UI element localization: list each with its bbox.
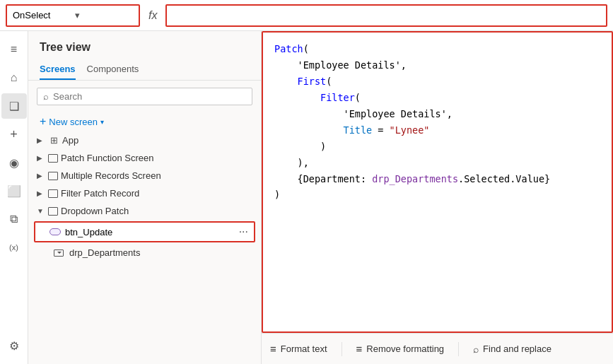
formula-property-label: OnSelect — [13, 10, 71, 20]
code-line: ) — [274, 187, 600, 203]
tree-item-label: btn_Update — [65, 227, 239, 237]
screen-icon — [48, 189, 58, 198]
tree-panel: Tree view Screens Components ⌕ + New scr… — [28, 31, 262, 364]
formula-property-dropdown[interactable]: OnSelect ▾ — [6, 4, 140, 27]
tree-panel-title: Tree view — [28, 31, 261, 59]
dropdown-icon — [54, 249, 64, 257]
tree-item-label: drp_Departments — [69, 247, 252, 258]
formula-bar[interactable] — [165, 4, 607, 27]
app-icon: ⊞ — [48, 134, 59, 146]
code-line: {Department: drp_Departments.Selected.Va… — [274, 171, 600, 187]
screens-icon[interactable]: ❑ — [1, 93, 27, 119]
code-line: 'Employee Details', — [274, 106, 600, 122]
icon-sidebar: ≡ ⌂ ❑ + ◉ ⬜ ⧉ (x) ⚙ — [0, 31, 28, 364]
data-icon[interactable]: ⬜ — [1, 178, 27, 204]
format-text-icon: ≡ — [270, 343, 276, 355]
dropdown-chevron-icon: ▾ — [75, 10, 133, 20]
remove-formatting-icon: ≡ — [356, 343, 363, 355]
chevron-icon: ▶ — [37, 136, 45, 144]
new-screen-button[interactable]: + New screen ▾ — [28, 112, 261, 131]
tree-item-app[interactable]: ▶ ⊞ App — [28, 131, 261, 149]
tree-tabs: Screens Components — [28, 59, 261, 81]
new-screen-label: New screen — [49, 117, 98, 127]
chevron-icon: ▶ — [37, 154, 45, 162]
tree-item-label: Dropdown Patch — [61, 206, 252, 216]
code-editor[interactable]: Patch( 'Employee Details', First( Filter… — [262, 31, 613, 333]
home-icon[interactable]: ⌂ — [1, 65, 27, 90]
tree-item-dropdown-patch[interactable]: ▼ Dropdown Patch — [28, 202, 261, 220]
menu-icon[interactable]: ≡ — [1, 37, 27, 62]
insert-icon[interactable]: + — [1, 122, 27, 147]
search-icon: ⌕ — [43, 91, 49, 102]
format-text-label: Format text — [281, 344, 327, 354]
find-replace-label: Find and replace — [483, 344, 551, 354]
tab-screens[interactable]: Screens — [40, 59, 76, 80]
code-line: ) — [274, 139, 600, 155]
code-line: First( — [274, 74, 600, 90]
code-line: 'Employee Details', — [274, 57, 600, 74]
settings-icon[interactable]: ⚙ — [1, 333, 27, 358]
plus-icon: + — [40, 115, 46, 128]
tree-item-btn-update[interactable]: btn_Update ··· — [34, 221, 255, 242]
tree-item-patch-function-screen[interactable]: ▶ Patch Function Screen — [28, 149, 261, 167]
tab-components[interactable]: Components — [87, 59, 139, 80]
top-bar: OnSelect ▾ fx — [0, 0, 613, 31]
editor-toolbar: ≡ Format text ≡ Remove formatting ⌕ Find… — [262, 333, 613, 364]
tree-item-multiple-records-screen[interactable]: ▶ Multiple Records Screen — [28, 167, 261, 184]
code-line: Patch( — [274, 41, 600, 57]
tree-item-label: App — [62, 135, 252, 146]
new-screen-chevron-icon: ▾ — [100, 118, 104, 126]
tree-item-label: Multiple Records Screen — [61, 170, 252, 181]
separator — [341, 342, 342, 356]
chevron-down-icon: ▼ — [37, 207, 45, 215]
more-options-icon[interactable]: ··· — [239, 225, 248, 238]
remove-formatting-label: Remove formatting — [366, 344, 444, 354]
tree-item-label: Filter Patch Record — [61, 188, 252, 199]
chevron-icon: ▶ — [37, 172, 45, 180]
screen-icon — [48, 154, 58, 163]
editor-panel: Patch( 'Employee Details', First( Filter… — [262, 31, 613, 364]
find-replace-icon: ⌕ — [473, 344, 479, 355]
button-icon — [49, 228, 61, 235]
main-layout: ≡ ⌂ ❑ + ◉ ⬜ ⧉ (x) ⚙ Tree view Screens — [0, 31, 613, 364]
tree-item-drp-departments[interactable]: drp_Departments — [28, 244, 261, 262]
search-input[interactable] — [53, 91, 246, 102]
code-line: Filter( — [274, 90, 600, 106]
code-line: Title = "Lynee" — [274, 122, 600, 139]
separator — [458, 342, 459, 356]
screen-icon — [48, 172, 58, 180]
screen-icon — [48, 207, 58, 216]
remove-formatting-button[interactable]: ≡ Remove formatting — [356, 343, 445, 355]
search-box: ⌕ — [37, 88, 252, 105]
code-line: ), — [274, 155, 600, 171]
tree-item-label: Patch Function Screen — [61, 153, 252, 163]
find-replace-button[interactable]: ⌕ Find and replace — [473, 344, 551, 355]
fx-icon[interactable]: fx — [144, 9, 161, 22]
variables-icon[interactable]: (x) — [1, 235, 27, 260]
tree-item-filter-patch-record[interactable]: ▶ Filter Patch Record — [28, 184, 261, 202]
theme-icon[interactable]: ◉ — [1, 150, 27, 175]
tree-items: ▶ ⊞ App ▶ Patch Function Screen ▶ Multip… — [28, 131, 261, 364]
chevron-icon: ▶ — [37, 189, 45, 197]
format-text-button[interactable]: ≡ Format text — [270, 343, 327, 355]
components-icon[interactable]: ⧉ — [1, 206, 27, 232]
